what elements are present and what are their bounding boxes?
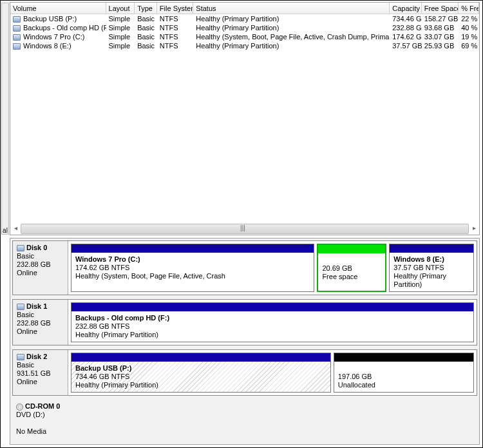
volume-row[interactable]: Backups - Old comp HD (F:)SimpleBasicNTF… <box>10 23 479 32</box>
disk-partitions: Backup USB (P:)734.46 GB NTFSHealthy (Pr… <box>68 350 477 395</box>
volume-layout: Simple <box>106 14 135 23</box>
volume-pct: 22 % <box>459 14 479 23</box>
partition[interactable]: 197.06 GBUnallocated <box>334 353 474 393</box>
disk-info: Disk 2Basic931.51 GBOnline <box>13 350 68 395</box>
disk-info: Disk 1Basic232.88 GBOnline <box>13 300 68 345</box>
disk-title: CD-ROM 0 <box>25 402 60 410</box>
disk-row[interactable]: Disk 2Basic931.51 GBOnlineBackup USB (P:… <box>12 349 477 396</box>
disk-info: CD-ROM 0DVD (D:)No Media <box>12 400 68 438</box>
disk-size: 931.51 GB <box>17 369 51 377</box>
partition[interactable]: 20.69 GBFree space <box>317 244 386 292</box>
volume-capacity: 232.88 GB <box>390 23 422 32</box>
volume-free: 33.07 GB <box>422 32 459 41</box>
col-pctfree[interactable]: % Fre <box>459 3 479 14</box>
volume-status: Healthy (Primary Partition) <box>193 23 390 32</box>
disk-type: Basic <box>17 252 34 260</box>
volume-type: Basic <box>135 32 157 41</box>
disk-row[interactable]: Disk 0Basic232.88 GBOnlineWindows 7 Pro … <box>12 240 477 295</box>
disk-partitions: Backups - Old comp HD (F:)232.88 GB NTFS… <box>68 300 477 345</box>
volume-name: Backups - Old comp HD (F:) <box>23 24 106 32</box>
disk-type: Basic <box>17 361 34 369</box>
disk-info: Disk 0Basic232.88 GBOnline <box>13 241 68 295</box>
col-volume[interactable]: Volume <box>10 3 106 14</box>
partition[interactable]: Backup USB (P:)734.46 GB NTFSHealthy (Pr… <box>71 353 331 393</box>
volume-pct: 40 % <box>459 23 479 32</box>
cdrom-icon <box>16 404 23 411</box>
partition-color-bar <box>71 303 473 311</box>
partition-label: Backups - Old comp HD (F:) <box>75 314 169 322</box>
volume-fs: NTFS <box>157 23 193 32</box>
volume-list-body[interactable]: Backup USB (P:)SimpleBasicNTFSHealthy (P… <box>10 14 479 223</box>
partition-status: Healthy (Primary Partition) <box>393 272 446 288</box>
volume-type: Basic <box>135 14 157 23</box>
disk-size: 232.88 GB <box>17 319 51 327</box>
volume-free: 25.93 GB <box>422 41 459 50</box>
disk-map-panel: Disk 0Basic232.88 GBOnlineWindows 7 Pro … <box>10 238 480 445</box>
disk-icon <box>17 245 24 251</box>
drive-icon <box>13 43 21 50</box>
partition-body: Windows 8 (E:)37.57 GB NTFSHealthy (Prim… <box>390 253 473 291</box>
volume-free: 158.27 GB <box>422 14 459 23</box>
partition-size: 174.62 GB NTFS <box>75 264 129 271</box>
disk-row[interactable]: CD-ROM 0DVD (D:)No Media <box>12 400 477 438</box>
disk-icon <box>17 354 24 360</box>
volume-list-panel: Volume Layout Type File System Status Ca… <box>10 2 480 235</box>
col-layout[interactable]: Layout <box>106 3 135 14</box>
volume-layout: Simple <box>106 41 135 50</box>
scroll-right-icon[interactable]: ▸ <box>469 224 479 234</box>
col-type[interactable]: Type <box>135 3 157 14</box>
partition[interactable]: Backups - Old comp HD (F:)232.88 GB NTFS… <box>71 302 474 342</box>
horizontal-scrollbar[interactable]: ◂ ||| ▸ <box>10 223 479 235</box>
partition[interactable]: Windows 8 (E:)37.57 GB NTFSHealthy (Prim… <box>389 244 474 292</box>
scroll-track[interactable]: ||| <box>21 224 469 234</box>
volume-status: Healthy (Primary Partition) <box>193 41 390 50</box>
drive-icon <box>13 34 21 41</box>
partition-body: Backups - Old comp HD (F:)232.88 GB NTFS… <box>71 311 473 342</box>
volume-row[interactable]: Backup USB (P:)SimpleBasicNTFSHealthy (P… <box>10 14 479 23</box>
partition-status: Healthy (Primary Partition) <box>75 381 158 389</box>
disk-size: 232.88 GB <box>17 260 51 268</box>
volume-pct: 19 % <box>459 32 479 41</box>
volume-free: 93.68 GB <box>422 23 459 32</box>
partition-status: Unallocated <box>338 381 375 389</box>
volume-row[interactable]: Windows 7 Pro (C:)SimpleBasicNTFSHealthy… <box>10 32 479 41</box>
scroll-left-icon[interactable]: ◂ <box>10 224 21 234</box>
volume-type: Basic <box>135 41 157 50</box>
partition-size: 232.88 GB NTFS <box>75 322 129 330</box>
volume-fs: NTFS <box>157 32 193 41</box>
partition-body: 197.06 GBUnallocated <box>334 362 473 392</box>
volume-row[interactable]: Windows 8 (E:)SimpleBasicNTFSHealthy (Pr… <box>10 41 479 50</box>
volume-pct: 69 % <box>459 41 479 50</box>
col-filesystem[interactable]: File System <box>157 3 194 14</box>
volume-fs: NTFS <box>157 41 193 50</box>
partition-color-bar <box>71 353 330 362</box>
partition-label: Backup USB (P:) <box>75 364 131 372</box>
disk-row[interactable]: Disk 1Basic232.88 GBOnlineBackups - Old … <box>12 299 477 346</box>
volume-status: Healthy (Primary Partition) <box>193 14 390 23</box>
col-freespace[interactable]: Free Space <box>422 3 459 14</box>
partition[interactable]: Windows 7 Pro (C:)174.62 GB NTFSHealthy … <box>71 244 314 292</box>
partition-body: Windows 7 Pro (C:)174.62 GB NTFSHealthy … <box>71 253 314 291</box>
disk-type: DVD (D:) <box>16 411 45 418</box>
partition-body: Backup USB (P:)734.46 GB NTFSHealthy (Pr… <box>71 362 330 392</box>
disk-state: No Media <box>16 427 46 435</box>
drive-icon <box>13 16 21 23</box>
volume-name: Windows 7 Pro (C:) <box>23 33 84 41</box>
partition-size: 37.57 GB NTFS <box>393 264 444 271</box>
volume-fs: NTFS <box>157 14 193 23</box>
partition-status: Healthy (Primary Partition) <box>75 331 158 338</box>
volume-capacity: 37.57 GB <box>390 41 422 50</box>
partition-color-bar <box>71 244 314 253</box>
disk-type: Basic <box>17 311 34 318</box>
left-gutter: al <box>1 3 9 235</box>
disk-state: Online <box>17 378 37 385</box>
volume-type: Basic <box>135 23 157 32</box>
partition-size: 734.46 GB NTFS <box>75 373 129 380</box>
volume-list-header[interactable]: Volume Layout Type File System Status Ca… <box>10 3 479 14</box>
col-capacity[interactable]: Capacity <box>390 3 422 14</box>
disk-title: Disk 2 <box>26 353 47 360</box>
col-status[interactable]: Status <box>193 3 390 14</box>
disk-state: Online <box>17 327 37 335</box>
partition-color-bar <box>390 244 473 253</box>
partition-body: 20.69 GBFree space <box>318 253 385 291</box>
